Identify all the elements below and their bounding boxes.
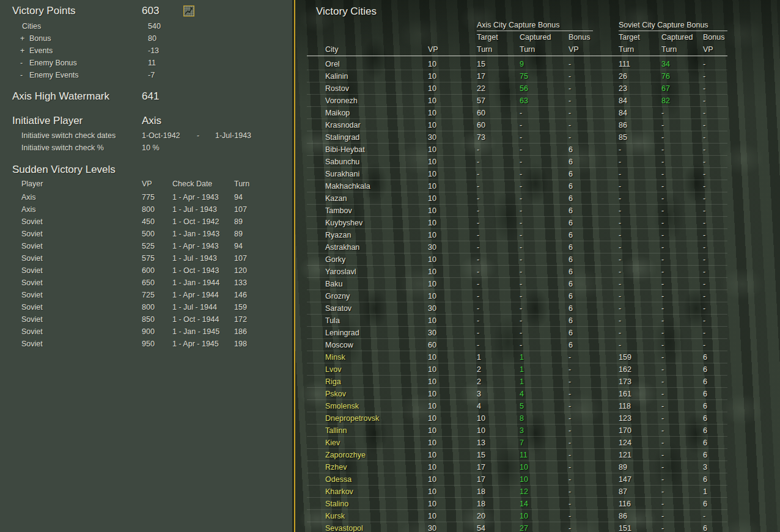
axis-captured-turn-cell: 56: [520, 82, 528, 95]
soviet-bonus-vp-cell: 6: [703, 376, 707, 388]
axis-target-turn-cell: 54: [477, 522, 485, 532]
axis-target-turn-header: Turn: [477, 45, 492, 54]
axis-bonus-vp-cell: 6: [568, 205, 573, 217]
victory-city-row: Leningrad 30 - - 6 - - -: [295, 327, 780, 339]
victory-cities-title: Victory Cities: [316, 5, 377, 18]
soviet-bonus-vp-cell: 6: [703, 437, 707, 449]
city-cell: Saratov: [325, 302, 351, 315]
sv-vp-cell: 775: [142, 191, 155, 203]
col-player: Player: [21, 178, 43, 189]
victory-city-row: Makhachkala 10 - - 6 - - -: [295, 180, 780, 192]
sudden-victory-row: Soviet 450 1 - Oct - 1942 89: [0, 216, 292, 228]
axis-captured-turn-cell: -: [520, 180, 522, 192]
city-vp-cell: 30: [428, 302, 436, 315]
axis-bonus-vp-cell: -: [568, 510, 571, 522]
axis-bonus-vp-cell: -: [568, 425, 571, 437]
axis-bonus-vp-cell: -: [568, 95, 571, 107]
axis-bonus-vp-cell: 6: [568, 315, 573, 327]
vp-breakdown-label: Enemy Events: [29, 69, 79, 81]
soviet-captured-turn-cell: -: [661, 498, 664, 510]
soviet-target-turn-cell: 121: [619, 449, 631, 461]
city-cell: Krasnodar: [325, 119, 361, 131]
sv-player-cell: Soviet: [21, 301, 43, 313]
axis-captured-turn-cell: 14: [520, 498, 528, 510]
victory-city-row: Orel 10 15 9 - 111 34 -: [295, 58, 780, 70]
soviet-target-turn-cell: 162: [619, 363, 631, 376]
city-vp-cell: 10: [428, 95, 436, 107]
axis-target-turn-cell: -: [477, 253, 479, 266]
soviet-bonus-vp-cell: 6: [703, 449, 707, 461]
axis-captured-turn-cell: -: [520, 107, 522, 119]
soviet-captured-turn-cell: -: [661, 425, 664, 437]
axis-target-turn-cell: 20: [477, 510, 485, 522]
soviet-captured-turn-cell: -: [661, 437, 664, 449]
city-vp-cell: 10: [428, 168, 436, 180]
axis-bonus-vp-cell: 6: [568, 168, 573, 180]
vp-breakdown-sign: -: [20, 69, 23, 81]
soviet-captured-turn-cell: -: [661, 412, 664, 425]
axis-bonus-vp-cell: 6: [568, 253, 573, 266]
axis-captured-turn-cell: -: [520, 229, 522, 241]
vp-breakdown-sign: -: [20, 57, 23, 69]
soviet-captured-turn-cell: -: [661, 302, 664, 315]
sv-date-cell: 1 - Apr - 1943: [172, 240, 219, 252]
victory-city-row: Bibi-Heybat 10 - - 6 - - -: [295, 144, 780, 156]
axis-bonus-vp-cell: -: [568, 388, 571, 400]
sv-vp-cell: 450: [142, 216, 155, 228]
axis-captured-turn-cell: 10: [520, 510, 528, 522]
initiative-detail-row: Initiative switch check dates 1-Oct-1942…: [0, 129, 292, 142]
city-vp-cell: 10: [428, 217, 436, 229]
soviet-group-underline: [619, 31, 727, 31]
victory-city-row: Stalino 10 18 14 - 116 - 6: [295, 498, 780, 510]
sv-vp-cell: 525: [142, 240, 155, 252]
sudden-victory-row: Soviet 950 1 - Apr - 1945 198: [0, 338, 292, 350]
soviet-target-turn-cell: 123: [619, 412, 631, 425]
sudden-victory-row: Soviet 500 1 - Jan - 1943 89: [0, 228, 292, 240]
city-cell: Stalino: [325, 498, 348, 510]
soviet-target-turn-cell: 87: [619, 486, 627, 498]
vp-breakdown-row: Cities 540: [0, 20, 292, 32]
city-cell: Tula: [325, 315, 340, 327]
city-vp-cell: 10: [428, 351, 436, 363]
axis-target-turn-cell: 60: [477, 119, 485, 131]
victory-city-row: Ryazan 10 - - 6 - - -: [295, 229, 780, 241]
soviet-captured-turn-cell: -: [661, 290, 664, 302]
vp-breakdown-label: Enemy Bonus: [29, 57, 77, 69]
vp-breakdown-label: Events: [29, 45, 53, 57]
soviet-captured-turn-cell: 82: [661, 95, 670, 107]
axis-bonus-vp-cell: 6: [568, 278, 573, 290]
axis-bonus-vp-cell: -: [568, 461, 571, 473]
soviet-target-turn-cell: 86: [619, 510, 627, 522]
axis-captured-turn-cell: 8: [520, 412, 524, 425]
axis-target-turn-cell: 60: [477, 107, 485, 119]
axis-captured-turn-header: Turn: [520, 45, 535, 54]
sv-turn-cell: 89: [234, 216, 243, 228]
vp-breakdown-sign: +: [20, 32, 24, 45]
sv-date-cell: 1 - Apr - 1944: [172, 289, 219, 301]
soviet-captured-turn-cell: -: [661, 315, 664, 327]
soviet-bonus-vp-cell: -: [703, 266, 705, 278]
soviet-bonus-vp-cell: -: [703, 217, 705, 229]
city-vp-cell: 10: [428, 437, 436, 449]
axis-captured-header: Captured: [520, 33, 551, 42]
vp-breakdown-list: Cities 540 + Bonus 80 + Events -13 -: [0, 20, 292, 81]
soviet-captured-turn-cell: -: [661, 241, 664, 253]
axis-target-turn-cell: 15: [477, 449, 485, 461]
soviet-target-turn-cell: -: [619, 327, 621, 339]
axis-bonus-vp-cell: -: [568, 376, 571, 388]
sv-date-cell: 1 - Jul - 1943: [172, 252, 217, 264]
soviet-captured-turn-cell: -: [661, 522, 664, 532]
soviet-captured-turn-cell: -: [661, 180, 664, 192]
axis-captured-turn-cell: -: [520, 302, 522, 315]
soviet-bonus-vp-cell: -: [703, 205, 705, 217]
soviet-target-turn-header: Turn: [619, 45, 634, 54]
soviet-target-turn-cell: 26: [619, 70, 627, 82]
soviet-target-turn-cell: -: [619, 192, 621, 205]
soviet-bonus-vp-cell: 6: [703, 412, 707, 425]
soviet-bonus-vp-cell: 6: [703, 498, 707, 510]
axis-bonus-vp-cell: 6: [568, 192, 573, 205]
vp-graph-icon[interactable]: [183, 5, 194, 16]
city-cell: Odessa: [325, 473, 351, 486]
axis-target-turn-cell: -: [477, 144, 479, 156]
soviet-captured-turn-cell: -: [661, 168, 664, 180]
